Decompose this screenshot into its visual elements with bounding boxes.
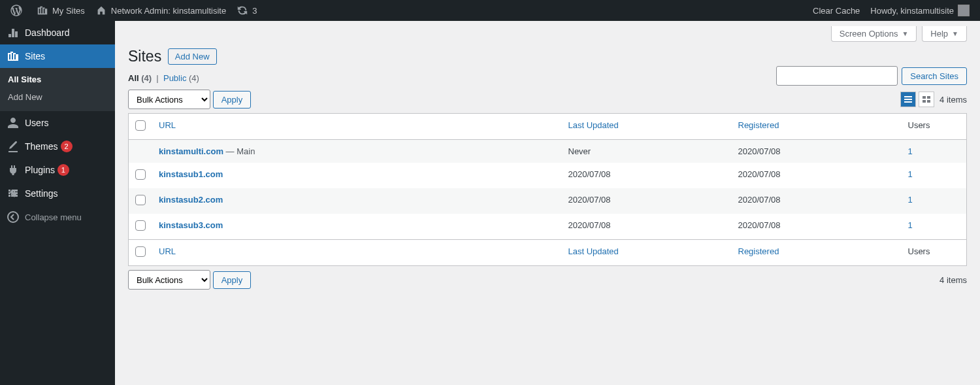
add-new-button[interactable]: Add New	[168, 48, 217, 65]
cell-last-updated: 2020/07/08	[562, 214, 732, 240]
dashboard-icon	[7, 26, 20, 39]
clear-cache-link[interactable]: Clear Cache	[808, 0, 865, 21]
submenu-sites: All Sites Add New	[0, 68, 115, 111]
items-count-top: 4 items	[939, 95, 967, 105]
collapse-icon	[7, 210, 20, 224]
admin-menu: Dashboard Sites All Sites Add New Users …	[0, 21, 115, 385]
avatar-icon	[958, 5, 970, 16]
view-excerpt-icon[interactable]	[919, 92, 934, 107]
updates-count: 3	[252, 6, 257, 16]
sites-table: URL Last Updated Registered Users kinsta…	[128, 113, 967, 266]
sites-icon	[7, 50, 20, 63]
submenu-all-sites[interactable]: All Sites	[0, 71, 115, 88]
menu-plugins-label: Plugins	[25, 165, 55, 175]
wordpress-icon	[10, 5, 22, 16]
themes-icon	[7, 140, 20, 153]
tablenav-bottom: Bulk Actions Apply 4 items	[128, 270, 967, 290]
table-row: kinstamulti.com — MainNever2020/07/081	[129, 140, 967, 163]
col-registered-foot[interactable]: Registered	[738, 246, 779, 256]
cell-last-updated: 2020/07/08	[562, 163, 732, 188]
select-all-top[interactable]	[135, 120, 146, 131]
col-url-foot[interactable]: URL	[159, 246, 176, 256]
howdy-label: Howdy, kinstamultisite	[870, 6, 954, 16]
site-url-link[interactable]: kinstasub3.com	[159, 220, 223, 230]
my-sites-link[interactable]: My Sites	[31, 0, 90, 21]
col-users: Users	[902, 114, 967, 140]
items-count-bottom: 4 items	[939, 275, 967, 285]
cell-users-link[interactable]: 1	[908, 195, 913, 205]
cell-last-updated: Never	[562, 140, 732, 163]
table-row: kinstasub1.com2020/07/082020/07/081	[129, 163, 967, 188]
menu-dashboard-label: Dashboard	[25, 27, 70, 38]
submenu-add-new[interactable]: Add New	[0, 88, 115, 106]
col-users-foot: Users	[902, 240, 967, 266]
screen-options-button[interactable]: Screen Options▼	[831, 26, 917, 42]
filter-all[interactable]: All (4)	[128, 73, 152, 83]
network-admin-label: Network Admin: kinstamultisite	[111, 6, 226, 16]
bulk-actions-select-top[interactable]: Bulk Actions	[128, 90, 210, 109]
menu-dashboard[interactable]: Dashboard	[0, 21, 115, 44]
collapse-menu[interactable]: Collapse menu	[0, 205, 115, 229]
site-url-link[interactable]: kinstamulti.com	[159, 146, 223, 156]
cell-last-updated: 2020/07/08	[562, 188, 732, 214]
svg-point-0	[8, 212, 18, 222]
menu-sites-label: Sites	[25, 51, 45, 61]
menu-settings-label: Settings	[25, 188, 58, 199]
main-content: Screen Options▼ Help▼ Sites Add New All …	[115, 21, 980, 385]
search-input[interactable]	[776, 66, 898, 86]
settings-icon	[7, 187, 20, 200]
network-admin-link[interactable]: Network Admin: kinstamultisite	[90, 0, 231, 21]
site-url-link[interactable]: kinstasub1.com	[159, 169, 223, 179]
collapse-label: Collapse menu	[25, 212, 82, 222]
col-registered[interactable]: Registered	[738, 120, 779, 130]
table-row: kinstasub3.com2020/07/082020/07/081	[129, 214, 967, 240]
plugins-icon	[7, 163, 20, 176]
site-suffix: — Main	[223, 146, 255, 156]
menu-users[interactable]: Users	[0, 111, 115, 135]
home-icon	[95, 5, 107, 16]
wp-logo[interactable]	[5, 0, 31, 21]
chevron-down-icon: ▼	[902, 30, 908, 37]
plugins-badge: 1	[57, 164, 69, 176]
cell-registered: 2020/07/08	[732, 188, 902, 214]
search-button[interactable]: Search Sites	[902, 67, 967, 85]
menu-settings[interactable]: Settings	[0, 182, 115, 205]
col-last-updated-foot[interactable]: Last Updated	[568, 246, 619, 256]
view-switch	[900, 92, 934, 107]
themes-badge: 2	[61, 141, 73, 152]
select-all-bottom[interactable]	[135, 246, 146, 257]
menu-themes[interactable]: Themes 2	[0, 135, 115, 158]
search-box: Search Sites	[776, 66, 967, 86]
row-checkbox[interactable]	[135, 169, 146, 180]
page-title: Sites	[128, 42, 161, 68]
row-checkbox[interactable]	[135, 195, 146, 205]
my-sites-label: My Sites	[52, 6, 85, 16]
multisite-icon	[37, 5, 48, 16]
col-last-updated[interactable]: Last Updated	[568, 120, 619, 130]
tablenav-top: Bulk Actions Apply 4 items	[128, 90, 967, 109]
filter-public[interactable]: Public (4)	[163, 73, 199, 83]
menu-sites[interactable]: Sites	[0, 44, 115, 68]
update-icon	[237, 5, 248, 16]
cell-users-link[interactable]: 1	[908, 220, 913, 230]
updates-link[interactable]: 3	[231, 0, 262, 21]
apply-button-top[interactable]: Apply	[213, 91, 252, 109]
apply-button-bottom[interactable]: Apply	[213, 271, 252, 289]
row-checkbox[interactable]	[135, 220, 146, 231]
table-row: kinstasub2.com2020/07/082020/07/081	[129, 188, 967, 214]
col-url[interactable]: URL	[159, 120, 176, 130]
cell-users-link[interactable]: 1	[908, 146, 913, 156]
site-url-link[interactable]: kinstasub2.com	[159, 195, 223, 205]
menu-themes-label: Themes	[25, 141, 58, 152]
cell-users-link[interactable]: 1	[908, 169, 913, 179]
help-button[interactable]: Help▼	[922, 26, 967, 42]
chevron-down-icon: ▼	[952, 30, 958, 37]
bulk-actions-select-bottom[interactable]: Bulk Actions	[128, 270, 210, 290]
cell-registered: 2020/07/08	[732, 163, 902, 188]
view-list-icon[interactable]	[900, 92, 916, 107]
admin-bar: My Sites Network Admin: kinstamultisite …	[0, 0, 980, 21]
cell-registered: 2020/07/08	[732, 214, 902, 240]
cell-registered: 2020/07/08	[732, 140, 902, 163]
howdy-link[interactable]: Howdy, kinstamultisite	[865, 0, 975, 21]
menu-plugins[interactable]: Plugins 1	[0, 158, 115, 182]
